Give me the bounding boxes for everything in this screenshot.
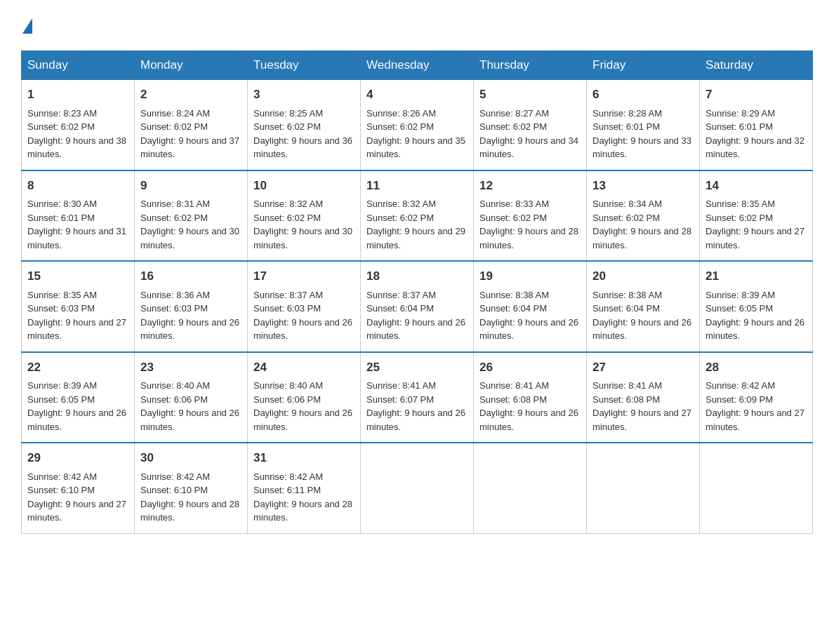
daylight-info: Daylight: 9 hours and 26 minutes. [366, 406, 468, 434]
calendar-cell [587, 443, 700, 533]
column-header-friday: Friday [587, 51, 700, 80]
calendar-cell: 23Sunrise: 8:40 AMSunset: 6:06 PMDayligh… [135, 352, 248, 443]
sunset-info: Sunset: 6:04 PM [593, 302, 694, 316]
sunset-info: Sunset: 6:05 PM [706, 302, 807, 316]
sunrise-info: Sunrise: 8:34 AM [593, 197, 694, 211]
logo [21, 21, 32, 36]
daylight-info: Daylight: 9 hours and 26 minutes. [479, 316, 581, 343]
calendar-cell: 26Sunrise: 8:41 AMSunset: 6:08 PMDayligh… [474, 352, 587, 443]
sunrise-info: Sunrise: 8:31 AM [140, 197, 241, 211]
daylight-info: Daylight: 9 hours and 26 minutes. [706, 316, 807, 343]
calendar-cell: 19Sunrise: 8:38 AMSunset: 6:04 PMDayligh… [474, 261, 587, 352]
sunrise-info: Sunrise: 8:28 AM [593, 107, 694, 121]
day-number: 27 [593, 358, 694, 377]
calendar-cell: 27Sunrise: 8:41 AMSunset: 6:08 PMDayligh… [587, 352, 700, 443]
calendar-cell: 14Sunrise: 8:35 AMSunset: 6:02 PMDayligh… [700, 170, 813, 262]
daylight-info: Daylight: 9 hours and 33 minutes. [593, 134, 694, 161]
calendar-cell: 28Sunrise: 8:42 AMSunset: 6:09 PMDayligh… [700, 352, 813, 443]
sunset-info: Sunset: 6:05 PM [27, 393, 128, 407]
day-number: 29 [27, 449, 128, 467]
sunset-info: Sunset: 6:06 PM [140, 393, 241, 407]
calendar-cell: 5Sunrise: 8:27 AMSunset: 6:02 PMDaylight… [474, 80, 587, 170]
day-number: 15 [27, 267, 128, 286]
day-number: 12 [479, 177, 581, 195]
daylight-info: Daylight: 9 hours and 26 minutes. [366, 316, 468, 343]
column-header-sunday: Sunday [22, 51, 135, 80]
calendar-cell: 3Sunrise: 8:25 AMSunset: 6:02 PMDaylight… [248, 80, 361, 170]
daylight-info: Daylight: 9 hours and 27 minutes. [27, 497, 128, 525]
calendar-cell: 12Sunrise: 8:33 AMSunset: 6:02 PMDayligh… [474, 170, 587, 262]
sunset-info: Sunset: 6:02 PM [479, 120, 581, 134]
sunset-info: Sunset: 6:03 PM [27, 302, 128, 316]
day-number: 13 [593, 177, 694, 195]
daylight-info: Daylight: 9 hours and 30 minutes. [140, 224, 241, 252]
sunrise-info: Sunrise: 8:40 AM [140, 379, 241, 393]
week-row-4: 22Sunrise: 8:39 AMSunset: 6:05 PMDayligh… [22, 352, 813, 443]
calendar-body: 1Sunrise: 8:23 AMSunset: 6:02 PMDaylight… [22, 80, 813, 534]
sunset-info: Sunset: 6:09 PM [706, 393, 807, 407]
sunset-info: Sunset: 6:08 PM [593, 393, 694, 407]
sunrise-info: Sunrise: 8:41 AM [593, 379, 694, 393]
daylight-info: Daylight: 9 hours and 27 minutes. [27, 316, 128, 343]
calendar-cell: 7Sunrise: 8:29 AMSunset: 6:01 PMDaylight… [700, 80, 813, 170]
page-header [21, 21, 813, 36]
day-number: 10 [253, 177, 355, 195]
week-row-5: 29Sunrise: 8:42 AMSunset: 6:10 PMDayligh… [22, 443, 813, 533]
day-number: 25 [366, 358, 468, 377]
sunrise-info: Sunrise: 8:33 AM [479, 197, 581, 211]
day-number: 26 [479, 358, 581, 377]
sunrise-info: Sunrise: 8:42 AM [27, 470, 128, 484]
calendar-cell: 22Sunrise: 8:39 AMSunset: 6:05 PMDayligh… [22, 352, 135, 443]
calendar-cell: 6Sunrise: 8:28 AMSunset: 6:01 PMDaylight… [587, 80, 700, 170]
day-number: 28 [706, 358, 807, 377]
daylight-info: Daylight: 9 hours and 26 minutes. [253, 406, 355, 434]
daylight-info: Daylight: 9 hours and 27 minutes. [706, 224, 807, 252]
day-number: 20 [593, 267, 694, 286]
sunrise-info: Sunrise: 8:37 AM [253, 288, 355, 302]
sunrise-info: Sunrise: 8:29 AM [706, 107, 807, 121]
calendar-cell: 18Sunrise: 8:37 AMSunset: 6:04 PMDayligh… [361, 261, 474, 352]
day-number: 31 [253, 449, 355, 467]
daylight-info: Daylight: 9 hours and 30 minutes. [253, 224, 355, 252]
sunrise-info: Sunrise: 8:32 AM [253, 197, 355, 211]
day-number: 3 [253, 86, 355, 104]
sunset-info: Sunset: 6:02 PM [366, 120, 468, 134]
calendar-cell: 16Sunrise: 8:36 AMSunset: 6:03 PMDayligh… [135, 261, 248, 352]
daylight-info: Daylight: 9 hours and 32 minutes. [706, 134, 807, 161]
day-number: 14 [706, 177, 807, 195]
sunrise-info: Sunrise: 8:40 AM [253, 379, 355, 393]
day-number: 24 [253, 358, 355, 377]
day-number: 6 [593, 86, 694, 104]
calendar-cell: 11Sunrise: 8:32 AMSunset: 6:02 PMDayligh… [361, 170, 474, 262]
column-header-monday: Monday [135, 51, 248, 80]
sunrise-info: Sunrise: 8:36 AM [140, 288, 241, 302]
day-number: 4 [366, 86, 468, 104]
sunrise-info: Sunrise: 8:42 AM [253, 470, 355, 484]
sunset-info: Sunset: 6:11 PM [253, 483, 355, 497]
calendar-table: SundayMondayTuesdayWednesdayThursdayFrid… [21, 51, 813, 534]
day-number: 5 [479, 86, 581, 104]
column-header-wednesday: Wednesday [361, 51, 474, 80]
sunset-info: Sunset: 6:03 PM [253, 302, 355, 316]
day-number: 22 [27, 358, 128, 377]
daylight-info: Daylight: 9 hours and 34 minutes. [479, 134, 581, 161]
calendar-cell: 31Sunrise: 8:42 AMSunset: 6:11 PMDayligh… [248, 443, 361, 533]
day-number: 21 [706, 267, 807, 286]
sunset-info: Sunset: 6:02 PM [140, 120, 241, 134]
sunset-info: Sunset: 6:04 PM [366, 302, 468, 316]
day-number: 17 [253, 267, 355, 286]
daylight-info: Daylight: 9 hours and 38 minutes. [27, 134, 128, 161]
calendar-cell: 10Sunrise: 8:32 AMSunset: 6:02 PMDayligh… [248, 170, 361, 262]
sunset-info: Sunset: 6:02 PM [593, 211, 694, 225]
sunset-info: Sunset: 6:01 PM [593, 120, 694, 134]
daylight-info: Daylight: 9 hours and 26 minutes. [593, 316, 694, 343]
sunrise-info: Sunrise: 8:35 AM [706, 197, 807, 211]
sunrise-info: Sunrise: 8:27 AM [479, 107, 581, 121]
day-number: 9 [140, 177, 241, 195]
daylight-info: Daylight: 9 hours and 26 minutes. [27, 406, 128, 434]
calendar-header: SundayMondayTuesdayWednesdayThursdayFrid… [22, 51, 813, 80]
sunset-info: Sunset: 6:02 PM [27, 120, 128, 134]
daylight-info: Daylight: 9 hours and 28 minutes. [253, 497, 355, 525]
calendar-cell [474, 443, 587, 533]
calendar-cell: 2Sunrise: 8:24 AMSunset: 6:02 PMDaylight… [135, 80, 248, 170]
